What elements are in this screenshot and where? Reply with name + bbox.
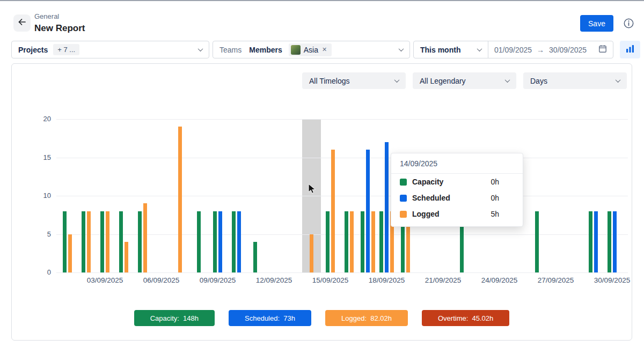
legend-row: Capacity: 148h Scheduled: 73h Logged: 82… <box>11 310 632 326</box>
chevron-down-icon <box>616 77 621 83</box>
x-axis-label: 15/09/2025 <box>306 276 355 284</box>
y-gridline <box>56 196 628 196</box>
bar-capacity[interactable] <box>63 211 67 272</box>
chart-tooltip: 14/09/2025 Capacity 0h Scheduled 0h Logg… <box>391 153 523 227</box>
bar-capacity[interactable] <box>253 242 257 272</box>
y-gridline <box>56 272 628 273</box>
tooltip-row-label: Logged <box>412 210 440 218</box>
bar-logged[interactable] <box>350 211 354 272</box>
bar-scheduled[interactable] <box>613 211 617 272</box>
bar-logged[interactable] <box>106 211 109 272</box>
tooltip-date: 14/09/2025 <box>391 153 523 174</box>
tooltip-row-value: 0h <box>491 194 499 202</box>
chevron-down-icon <box>394 77 400 83</box>
bar-capacity[interactable] <box>213 211 217 272</box>
x-axis-label: 12/09/2025 <box>250 276 298 284</box>
y-gridline <box>56 119 628 120</box>
x-axis-label: 09/09/2025 <box>194 276 242 284</box>
bar-capacity[interactable] <box>361 211 364 272</box>
legend-overtime-badge[interactable]: Overtime: 45.02h <box>422 310 509 326</box>
legend-scheduled-badge[interactable]: Scheduled: 73h <box>229 310 311 326</box>
x-axis-label: 24/09/2025 <box>475 276 524 284</box>
scheduled-swatch-icon <box>400 195 407 202</box>
tooltip-row-label: Scheduled <box>412 194 450 202</box>
bar-logged[interactable] <box>310 234 313 273</box>
tooltip-row-scheduled: Scheduled 0h <box>391 190 523 206</box>
granularity-label: Days <box>530 77 547 85</box>
bar-scheduled[interactable] <box>385 142 389 272</box>
bar-capacity[interactable] <box>119 211 123 272</box>
tooltip-row-value: 0h <box>491 178 499 186</box>
x-axis-label: 30/09/2025 <box>588 276 636 284</box>
legend-filter-dropdown[interactable]: All Legendary <box>413 72 516 89</box>
bar-logged[interactable] <box>125 242 128 272</box>
bar-scheduled[interactable] <box>366 150 370 272</box>
bar-capacity[interactable] <box>138 211 142 272</box>
tooltip-row-logged: Logged 5h <box>391 206 523 222</box>
bar-capacity[interactable] <box>197 211 201 272</box>
bar-capacity[interactable] <box>535 211 539 272</box>
bar-logged[interactable] <box>87 211 91 272</box>
timelogs-dropdown[interactable]: All Timelogs <box>302 72 406 89</box>
y-axis-label: 15 <box>35 153 51 161</box>
bar-capacity[interactable] <box>345 211 348 272</box>
bar-scheduled[interactable] <box>218 211 222 272</box>
bar-capacity[interactable] <box>379 211 383 272</box>
x-axis-label: 21/09/2025 <box>419 276 467 284</box>
timelogs-dropdown-label: All Timelogs <box>309 77 349 85</box>
legend-capacity-badge[interactable]: Capacity: 148h <box>134 310 215 326</box>
bar-capacity[interactable] <box>232 211 236 272</box>
bar-scheduled[interactable] <box>594 211 598 272</box>
bar-logged[interactable] <box>178 127 182 272</box>
y-axis-label: 10 <box>35 191 51 200</box>
y-gridline <box>56 158 628 158</box>
legend-filter-label: All Legendary <box>420 77 466 85</box>
bar-scheduled[interactable] <box>237 211 241 272</box>
bar-logged[interactable] <box>371 211 375 272</box>
bar-logged[interactable] <box>143 203 147 272</box>
chevron-down-icon <box>505 77 510 83</box>
y-axis-label: 5 <box>35 230 51 238</box>
logged-swatch-icon <box>400 211 407 218</box>
capacity-swatch-icon <box>400 179 407 186</box>
bar-capacity[interactable] <box>82 211 85 272</box>
bar-logged[interactable] <box>331 150 335 272</box>
bar-capacity[interactable] <box>589 211 592 272</box>
bar-logged[interactable] <box>68 234 72 273</box>
bar-capacity[interactable] <box>326 211 330 272</box>
legend-logged-badge[interactable]: Logged: 82.02h <box>325 310 408 326</box>
mouse-cursor <box>308 183 316 197</box>
tooltip-row-label: Capacity <box>412 178 443 186</box>
y-gridline <box>56 234 628 235</box>
y-axis-label: 0 <box>35 268 51 276</box>
bar-capacity[interactable] <box>608 211 611 272</box>
x-axis-label: 03/09/2025 <box>81 276 129 284</box>
y-axis-label: 20 <box>35 115 51 123</box>
bar-capacity[interactable] <box>100 211 104 272</box>
x-axis-label: 27/09/2025 <box>532 276 580 284</box>
granularity-dropdown[interactable]: Days <box>523 72 627 89</box>
tooltip-row-capacity: Capacity 0h <box>391 174 523 190</box>
x-axis-label: 06/09/2025 <box>137 276 186 284</box>
tooltip-row-value: 5h <box>491 210 499 218</box>
x-axis-label: 18/09/2025 <box>363 276 411 284</box>
bar-chart: 0510152003/09/202506/09/202509/09/202512… <box>0 0 644 347</box>
